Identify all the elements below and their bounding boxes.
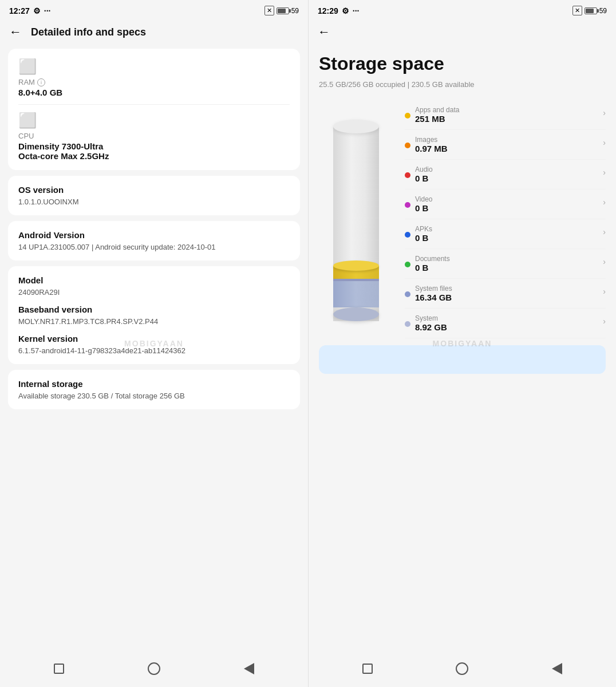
model-value: 24090RA29I: [18, 288, 290, 297]
circle-icon-right: [456, 662, 468, 675]
os-card: OS version 1.0.1.0.UOOINXM: [8, 176, 300, 215]
recent-apps-button-left[interactable]: [51, 661, 67, 677]
legend-text-2: Audio 0 B: [415, 165, 433, 183]
android-label: Android Version: [18, 230, 290, 240]
legend-name-4: APKs: [415, 225, 432, 233]
legend-name-5: Documents: [415, 255, 450, 263]
dots-icon-right: ···: [353, 6, 360, 15]
status-bar-left: 12:27 ⚙ ··· ✕ 59: [0, 0, 308, 19]
legend-left-1: Images 0.97 MB: [405, 136, 448, 153]
right-panel: MOBIGYAAN 12:29 ⚙ ··· ✕ 59 ← Storage spa…: [308, 0, 616, 687]
storage-legend: Apps and data 251 MB › Images 0.97 MB › …: [405, 100, 606, 338]
legend-name-1: Images: [415, 136, 448, 144]
legend-dot-0: [405, 113, 410, 119]
battery-pct-right: 59: [599, 7, 607, 15]
storage-bottom-bar: [319, 345, 606, 374]
screen-record-icon-right: ✕: [572, 6, 582, 15]
storage-value: Available storage 230.5 GB / Total stora…: [18, 392, 290, 400]
legend-left-6: System files 16.34 GB: [405, 285, 452, 302]
cyl-seg-divider: [333, 279, 379, 281]
storage-viz-area: Apps and data 251 MB › Images 0.97 MB › …: [319, 100, 606, 338]
legend-name-3: Video: [415, 195, 432, 203]
legend-text-5: Documents 0 B: [415, 255, 450, 273]
status-left: 12:27 ⚙ ···: [9, 6, 50, 15]
legend-item[interactable]: Documents 0 B ›: [405, 249, 606, 279]
square-icon-left: [54, 664, 64, 674]
baseband-row: Baseband version MOLY.NR17.R1.MP3.TC8.PR…: [18, 305, 290, 326]
os-label: OS version: [18, 185, 290, 195]
legend-item[interactable]: System files 16.34 GB ›: [405, 279, 606, 309]
cpu-value-line2: Octa-core Max 2.5GHz: [18, 151, 290, 161]
storage-content: Storage space 25.5 GB/256 GB occupied | …: [309, 44, 616, 653]
back-button-left[interactable]: ←: [9, 25, 22, 40]
home-button-right[interactable]: [454, 661, 470, 677]
nav-bar-right: ←: [309, 19, 616, 44]
legend-arrow-1: ›: [603, 138, 606, 147]
back-button-nav-right[interactable]: [549, 661, 565, 677]
battery-icon-left: [277, 7, 289, 14]
legend-text-6: System files 16.34 GB: [415, 285, 452, 302]
dots-icon: ···: [44, 6, 51, 15]
square-icon-right: [362, 664, 373, 674]
os-row: OS version 1.0.1.0.UOOINXM: [18, 185, 290, 206]
ram-value: 8.0+4.0 GB: [18, 88, 290, 97]
content-area-left: ⬜ RAM i 8.0+4.0 GB ⬜ CPU Dimensity 7300-…: [0, 44, 308, 653]
status-right-left: ✕ 59: [264, 6, 299, 15]
cylinder-wrapper: [327, 109, 385, 338]
legend-name-0: Apps and data: [415, 106, 459, 114]
legend-arrow-5: ›: [603, 257, 606, 266]
kernel-label: Kernel version: [18, 334, 290, 344]
legend-arrow-4: ›: [603, 227, 606, 236]
android-card: Android Version 14 UP1A.231005.007 | And…: [8, 221, 300, 260]
time-left: 12:27: [9, 6, 30, 15]
cyl-seg-apps-top: [333, 260, 379, 271]
legend-left-3: Video 0 B: [405, 195, 432, 213]
legend-item[interactable]: APKs 0 B ›: [405, 219, 606, 249]
legend-text-7: System 8.92 GB: [415, 314, 447, 332]
time-right: 12:29: [318, 6, 338, 15]
storage-row: Internal storage Available storage 230.5…: [18, 379, 290, 400]
legend-text-3: Video 0 B: [415, 195, 432, 213]
model-label: Model: [18, 275, 290, 285]
page-title-left: Detailed info and specs: [31, 26, 146, 38]
back-button-nav-left[interactable]: [241, 661, 257, 677]
ram-label: RAM i: [18, 78, 290, 86]
legend-text-1: Images 0.97 MB: [415, 136, 448, 153]
legend-item[interactable]: Video 0 B ›: [405, 189, 606, 219]
cyl-top: [333, 120, 379, 133]
legend-dot-4: [405, 232, 410, 238]
legend-item[interactable]: System 8.92 GB ›: [405, 309, 606, 338]
recent-apps-button-right[interactable]: [360, 661, 376, 677]
cpu-value-line1: Dimensity 7300-Ultra: [18, 141, 290, 151]
home-button-left[interactable]: [146, 661, 162, 677]
left-panel: MOBIGYAAN 12:27 ⚙ ··· ✕ 59 ← Detailed in…: [0, 0, 308, 687]
legend-left-4: APKs 0 B: [405, 225, 432, 243]
kernel-row: Kernel version 6.1.57-android14-11-g7983…: [18, 334, 290, 355]
legend-item[interactable]: Apps and data 251 MB ›: [405, 100, 606, 130]
storage-title: Storage space: [319, 53, 606, 74]
os-value: 1.0.1.0.UOOINXM: [18, 198, 290, 206]
ram-info-icon: i: [37, 78, 45, 86]
legend-item[interactable]: Audio 0 B ›: [405, 160, 606, 189]
legend-dot-1: [405, 143, 410, 148]
legend-left-2: Audio 0 B: [405, 165, 433, 183]
legend-size-5: 0 B: [415, 263, 450, 273]
battery-icon-right: [585, 7, 597, 14]
cyl-bottom: [333, 307, 379, 321]
legend-left-5: Documents 0 B: [405, 255, 450, 273]
legend-size-2: 0 B: [415, 173, 433, 183]
legend-dot-2: [405, 172, 410, 178]
cylinder-container: [319, 109, 393, 338]
legend-dot-3: [405, 202, 410, 208]
legend-left-0: Apps and data 251 MB: [405, 106, 459, 124]
legend-size-0: 251 MB: [415, 114, 459, 124]
back-button-right[interactable]: ←: [318, 25, 330, 40]
legend-item[interactable]: Images 0.97 MB ›: [405, 130, 606, 160]
settings-icon-right: ⚙: [342, 6, 349, 15]
battery-pct-left: 59: [291, 7, 299, 15]
legend-arrow-3: ›: [603, 198, 606, 207]
legend-dot-5: [405, 262, 410, 267]
screen-record-icon: ✕: [264, 6, 274, 15]
legend-text-4: APKs 0 B: [415, 225, 432, 243]
legend-arrow-2: ›: [603, 168, 606, 177]
